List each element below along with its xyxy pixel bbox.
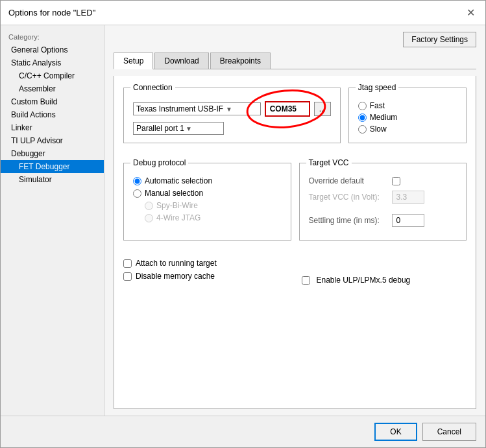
sidebar-item-custom-build[interactable]: Custom Build [1,95,104,108]
connection-section: Connection Texas Instrument USB-IF ▼ [123,88,341,143]
four-wire-jtag-label: 4-Wire JTAG [156,213,200,222]
main-content: Factory Settings Setup Download Breakpoi… [104,25,485,416]
manual-selection-radio[interactable] [133,189,141,198]
four-wire-jtag-radio [145,214,153,222]
com-port-input[interactable] [265,101,310,117]
disable-memory-cache-checkbox[interactable] [123,272,132,281]
sidebar-item-build-actions[interactable]: Build Actions [1,108,104,121]
sidebar-item-fet-debugger[interactable]: FET Debugger [1,160,104,173]
disable-memory-cache-label: Disable memory cache [136,272,215,281]
tabs: Setup Download Breakpoints [114,53,476,69]
connection-title: Connection [130,83,175,92]
sidebar-item-debugger[interactable]: Debugger [1,147,104,160]
sidebar: Category: General Options Static Analysi… [1,25,104,416]
sidebar-item-assembler[interactable]: Assembler [1,82,104,95]
tab-content: Connection Texas Instrument USB-IF ▼ [114,76,476,409]
jtag-slow-option[interactable]: Slow [358,124,457,134]
dialog-footer: OK Cancel [1,416,485,447]
manual-selection-label: Manual selection [145,189,203,198]
manual-selection-option[interactable]: Manual selection [133,189,282,198]
enable-ulp-label: Enable ULP/LPMx.5 debug [317,276,411,285]
com-input-wrapper [265,101,310,117]
factory-btn-row: Factory Settings [114,32,476,47]
jtag-medium-option[interactable]: Medium [358,113,457,122]
jtag-fast-label: Fast [370,101,385,110]
enable-ulp-row: Enable ULP/LPMx.5 debug [302,276,411,285]
settling-time-row: Settling time (in ms): [309,214,457,227]
settling-time-label: Settling time (in ms): [309,216,387,225]
parallel-dropdown-arrow: ▼ [186,125,192,132]
enable-ulp-checkbox[interactable] [302,276,310,285]
override-default-checkbox[interactable] [392,177,400,185]
jtag-speed-section: Jtag speed Fast Medium [348,88,467,143]
spy-bi-wire-option[interactable]: Spy-Bi-Wire [133,201,282,210]
connection-interface-row: Texas Instrument USB-IF ▼ [133,101,331,117]
tab-setup[interactable]: Setup [114,53,153,69]
ok-button[interactable]: OK [374,423,417,441]
sidebar-item-ti-ulp-advisor[interactable]: TI ULP Advisor [1,134,104,147]
tab-breakpoints[interactable]: Breakpoints [210,53,271,69]
attach-running-target-row: Attach to running target [123,259,289,268]
parallel-row: Parallel port 1 ▼ [133,122,331,135]
target-vcc-content: Override default Target VCC (in Volt): S… [309,176,457,227]
dialog-body: Category: General Options Static Analysi… [1,25,485,416]
dialog-window: Options for node "LED" ✕ Category: Gener… [0,0,486,448]
sidebar-item-static-analysis[interactable]: Static Analysis [1,56,104,69]
jtag-medium-radio[interactable] [358,113,367,122]
sidebar-item-linker[interactable]: Linker [1,121,104,134]
interface-dropdown-arrow: ▼ [226,106,232,113]
debug-protocol-radio-group: Automatic selection Manual selection Spy… [133,176,282,222]
jtag-speed-title: Jtag speed [356,83,399,92]
jtag-slow-radio[interactable] [358,125,367,134]
checkboxes-row: Attach to running target Disable memory … [123,259,467,285]
parallel-port-dropdown[interactable]: Parallel port 1 ▼ [133,122,224,135]
interface-value: Texas Instrument USB-IF [136,104,223,113]
interface-dropdown[interactable]: Texas Instrument USB-IF ▼ [133,102,261,115]
override-default-row: Override default [309,176,457,185]
spy-bi-wire-radio [145,202,153,210]
dialog-title: Options for node "LED" [8,8,95,18]
close-button[interactable]: ✕ [463,6,478,20]
automatic-selection-label: Automatic selection [145,176,212,185]
target-vcc-section: Target VCC Override default Target VCC (… [299,163,467,241]
target-vcc-value-row: Target VCC (in Volt): [309,191,457,204]
debug-protocol-section: Debug protocol Automatic selection Manua… [123,163,291,241]
sidebar-item-simulator[interactable]: Simulator [1,173,104,186]
four-wire-jtag-option[interactable]: 4-Wire JTAG [133,213,282,222]
sidebar-item-cpp-compiler[interactable]: C/C++ Compiler [1,69,104,82]
automatic-selection-radio[interactable] [133,177,141,185]
jtag-slow-label: Slow [370,124,387,134]
spy-bi-wire-label: Spy-Bi-Wire [156,201,198,210]
category-label: Category: [1,30,104,43]
automatic-selection-option[interactable]: Automatic selection [133,176,282,185]
attach-running-target-label: Attach to running target [136,259,217,268]
settling-time-input[interactable] [392,214,424,227]
disable-memory-cache-row: Disable memory cache [123,272,289,281]
target-vcc-title: Target VCC [306,158,352,167]
cancel-button[interactable]: Cancel [422,423,476,441]
ellipsis-button[interactable]: ... [314,102,331,116]
jtag-fast-option[interactable]: Fast [358,101,457,110]
debug-protocol-title: Debug protocol [130,158,188,167]
left-checkboxes: Attach to running target Disable memory … [123,259,289,285]
override-default-label: Override default [309,176,387,185]
jtag-speed-radio-group: Fast Medium Slow [358,101,457,134]
right-checkboxes: Enable ULP/LPMx.5 debug [302,259,467,285]
parallel-port-value: Parallel port 1 [136,124,184,133]
jtag-medium-label: Medium [370,113,398,122]
sidebar-item-general-options[interactable]: General Options [1,43,104,56]
target-vcc-input [392,191,424,204]
title-bar: Options for node "LED" ✕ [1,1,485,25]
target-vcc-label: Target VCC (in Volt): [309,193,387,202]
factory-settings-button[interactable]: Factory Settings [403,32,476,47]
tab-download[interactable]: Download [154,53,208,69]
attach-running-target-checkbox[interactable] [123,259,132,268]
jtag-fast-radio[interactable] [358,102,367,110]
